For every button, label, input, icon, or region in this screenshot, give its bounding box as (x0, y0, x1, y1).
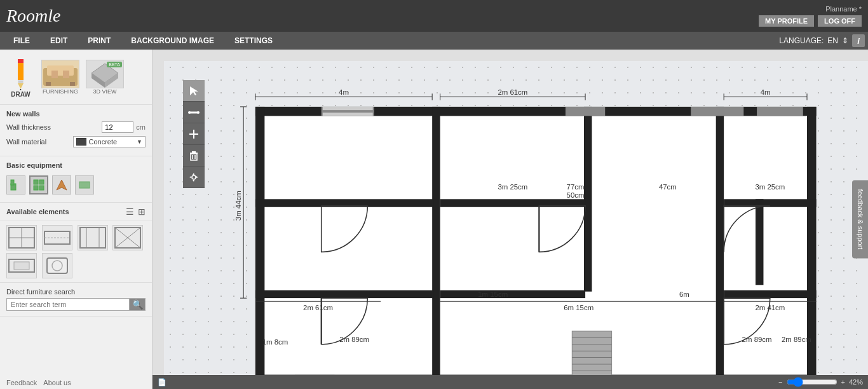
svg-rect-19 (34, 186, 38, 190)
view3d-label: 3D VIEW (93, 88, 116, 95)
menu-file[interactable]: FILE (3, 32, 40, 50)
dim-47cm: 47cm (659, 183, 677, 191)
feedback-link[interactable]: Feedback (6, 379, 37, 386)
view3d-icon: BETA (86, 60, 124, 88)
language-value[interactable]: EN (827, 36, 838, 45)
svg-rect-48 (191, 154, 197, 160)
list-view-toggle[interactable]: ☰ (126, 207, 134, 217)
dim-3m44cm: 3m 44cm (234, 191, 242, 221)
element-grid (0, 221, 152, 283)
new-walls-title: New walls (6, 110, 146, 118)
dim-4m-left: 4m (339, 88, 349, 96)
svg-marker-1 (18, 83, 24, 89)
draw-tool[interactable]: DRAW (6, 56, 35, 98)
svg-marker-21 (57, 180, 67, 190)
element-thumb-1[interactable] (6, 225, 37, 250)
delete-tool-button[interactable] (183, 145, 205, 167)
svg-rect-60 (756, 199, 763, 285)
equip-icon-1[interactable] (6, 175, 25, 194)
beta-badge: BETA (107, 62, 122, 67)
grid-view-toggle[interactable]: ⊞ (138, 207, 146, 217)
element-thumb-3[interactable] (78, 225, 108, 250)
menu-edit[interactable]: EDIT (40, 32, 78, 50)
floorplan-svg[interactable]: 2m 61cm 77cm 50cm 47cm 4m 4m (199, 74, 866, 389)
search-button[interactable]: 🔍 (129, 298, 146, 311)
search-input[interactable] (6, 298, 129, 311)
vertical-wall-button[interactable] (183, 123, 205, 145)
search-label: Direct furniture search (6, 288, 146, 296)
material-dropdown[interactable]: Concrete ▼ (73, 136, 146, 147)
dim-50cm: 50cm (567, 191, 585, 199)
left-panel: DRAW FURNISHING (0, 50, 153, 389)
material-value: Concrete (89, 138, 118, 146)
dim-2m61cm-top: 2m 61cm (498, 88, 527, 96)
view3d-tool[interactable]: BETA 3D VIEW (86, 60, 124, 95)
about-link[interactable]: About us (43, 379, 71, 386)
element-thumb-2[interactable] (42, 225, 72, 250)
search-row: 🔍 (6, 298, 146, 311)
logo: Roomle (6, 6, 61, 26)
toolbox (183, 80, 205, 188)
svg-rect-64 (255, 290, 433, 298)
dim-2m89cm-right: 2m 89cm (742, 336, 772, 343)
svg-rect-17 (34, 180, 38, 184)
material-arrow-icon: ▼ (137, 139, 142, 145)
feedback-support-tab[interactable]: feedback & support (852, 181, 868, 259)
dim-2m41cm-right: 2m 41cm (755, 304, 785, 311)
basic-equipment-section: Basic equipment (0, 156, 152, 203)
cursor-tool-button[interactable] (183, 80, 205, 102)
dim-4m-right: 4m (761, 88, 771, 96)
svg-point-43 (197, 111, 200, 114)
svg-rect-75 (566, 107, 605, 116)
planname: Planname * (825, 5, 862, 13)
equip-icon-2[interactable] (29, 175, 48, 194)
svg-point-42 (188, 111, 191, 114)
equip-icon-4[interactable] (75, 175, 94, 194)
svg-rect-9 (70, 82, 75, 86)
wall-material-label: Wall material (6, 138, 73, 146)
ruler-top (153, 50, 868, 61)
svg-rect-76 (691, 107, 743, 116)
menubar: FILE EDIT PRINT BACKGROUND IMAGE SETTING… (0, 32, 868, 50)
element-thumb-5[interactable] (6, 253, 37, 278)
log-off-button[interactable]: LOG OFF (818, 15, 862, 27)
info-icon[interactable]: i (852, 34, 865, 47)
furnishing-tool[interactable]: FURNISHING (41, 60, 79, 95)
svg-rect-5 (18, 81, 23, 83)
element-thumb-4[interactable] (112, 225, 143, 250)
header: Roomle Planname * MY PROFILE LOG OFF (0, 0, 868, 32)
svg-rect-57 (432, 107, 440, 384)
furnishing-icon (41, 60, 79, 88)
svg-rect-39 (153, 61, 164, 389)
svg-rect-59 (716, 107, 724, 384)
draw-wall-button[interactable] (183, 102, 205, 123)
menu-settings[interactable]: SETTINGS (224, 32, 283, 50)
furnishing-label: FURNISHING (43, 88, 78, 95)
my-profile-button[interactable]: MY PROFILE (759, 15, 814, 27)
canvas-content[interactable]: 2m 61cm 77cm 50cm 47cm 4m 4m (164, 61, 868, 389)
dim-3m25cm-mid: 3m 25cm (498, 183, 527, 191)
language-section: LANGUAGE: EN ⇕ i (779, 34, 865, 47)
svg-rect-74 (323, 113, 373, 116)
zoom-value: 42% (849, 378, 863, 386)
menu-print[interactable]: PRINT (78, 32, 121, 50)
svg-point-51 (192, 175, 196, 179)
svg-rect-77 (757, 107, 803, 116)
zoom-slider[interactable] (787, 377, 837, 387)
menu-background-image[interactable]: BACKGROUND IMAGE (121, 32, 224, 50)
header-right: Planname * MY PROFILE LOG OFF (759, 5, 862, 27)
basic-equipment-icons (6, 173, 146, 197)
zoom-plus-icon[interactable]: + (841, 378, 845, 386)
canvas-area[interactable]: 2m 61cm 77cm 50cm 47cm 4m 4m (153, 50, 868, 389)
language-label: LANGUAGE: (779, 36, 824, 45)
svg-rect-35 (14, 262, 29, 270)
tool-icons-section: DRAW FURNISHING (0, 50, 152, 105)
element-thumb-6[interactable] (42, 253, 72, 278)
dim-1m15cm: 1m 15cm (478, 290, 508, 298)
svg-rect-58 (584, 107, 592, 292)
wall-thickness-input[interactable] (102, 121, 133, 133)
svg-rect-66 (724, 290, 816, 298)
settings-tool-button[interactable] (183, 167, 205, 188)
equip-icon-3[interactable] (52, 175, 71, 194)
zoom-minus-icon[interactable]: − (778, 378, 782, 386)
